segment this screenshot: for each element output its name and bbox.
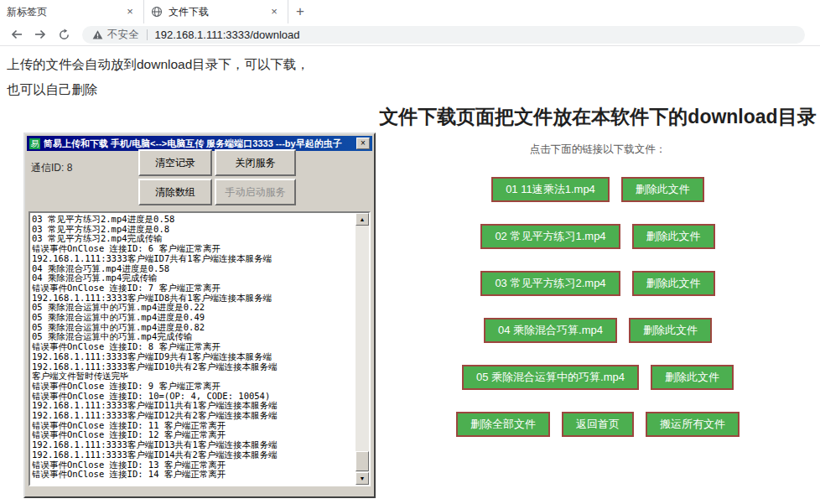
file-download-button[interactable]: 01 11速乘法1.mp4 (491, 177, 610, 202)
url-text: 192.168.1.111:3333/download (155, 29, 300, 41)
url-bar[interactable]: 不安全 192.168.1.111:3333/download (82, 26, 805, 44)
delete-file-button[interactable]: 删除此文件 (629, 318, 712, 343)
tab-strip: 新标签页 × 文件下载 × + (0, 0, 820, 23)
home-button[interactable]: 返回首页 (562, 412, 634, 437)
file-row: 05 乘除混合运算中的巧算.mp4 删除此文件 (376, 365, 820, 390)
app-title: 简易上传和下载 手机/电脑<-->电脑互传 服务端端口3333 ---by早起的… (44, 138, 356, 150)
intro-line-2: 也可以自己删除 (7, 77, 309, 102)
security-label: 不安全 (107, 28, 139, 42)
close-service-button: 关闭服务 (215, 149, 296, 176)
file-button-area: 01 11速乘法1.mp4 删除此文件 02 常见平方练习1.mp4 删除此文件… (376, 177, 820, 459)
close-icon[interactable]: × (267, 5, 281, 18)
log-box: 03 常见平方练习2.mp4进度是0.58 03 常见平方练习2.mp4进度是0… (29, 211, 371, 486)
file-row: 03 常见平方练习2.mp4 删除此文件 (376, 271, 820, 296)
server-app-screenshot: 易 简易上传和下载 手机/电脑<-->电脑互传 服务端端口3333 ---by早… (23, 132, 376, 498)
file-row: 01 11速乘法1.mp4 删除此文件 (376, 177, 820, 202)
tab-title: 文件下载 (169, 5, 267, 19)
log-lines: 03 常见平方练习2.mp4进度是0.58 03 常见平方练习2.mp4进度是0… (32, 215, 354, 485)
log-line: 192.168.1.111:3333客户端ID7共有1客户端连接本服务端 (32, 254, 354, 264)
log-line: 错误事件OnClose 连接ID: 7 客户端正常离开 (32, 283, 354, 294)
manual-start-button: 手动启动服务 (215, 179, 296, 205)
delete-file-button[interactable]: 删除此文件 (621, 177, 704, 202)
file-download-button[interactable]: 02 常见平方练习1.mp4 (480, 224, 620, 249)
log-line: 192.168.1.111:3333客户端ID14共有2客户端连接本服务端 (32, 450, 354, 460)
tab-file-download[interactable]: 文件下载 × (144, 0, 288, 23)
file-download-button[interactable]: 05 乘除混合运算中的巧算.mp4 (462, 365, 639, 390)
clear-log-button: 清空记录 (138, 149, 212, 176)
delete-file-button[interactable]: 删除此文件 (651, 365, 734, 390)
move-all-button[interactable]: 搬运所有文件 (646, 412, 740, 437)
log-line: 错误事件OnClose 连接ID: 9 客户端正常离开 (32, 382, 354, 392)
forward-icon[interactable] (30, 24, 50, 44)
page-title: 文件下载页面把文件放在本软件下的download目录 (376, 104, 820, 130)
refresh-icon[interactable] (54, 24, 74, 44)
delete-file-button[interactable]: 删除此文件 (632, 271, 715, 296)
scrollbar: ▲ ▼ (356, 213, 369, 485)
scroll-up-icon: ▲ (356, 213, 369, 226)
intro-text: 上传的文件会自动放到download目录下，可以下载， 也可以自己删除 (7, 52, 309, 102)
comm-id-label: 通信ID: 8 (31, 161, 72, 175)
log-line: 错误事件OnClose 连接ID: 14 客户端正常离开 (32, 470, 354, 480)
log-line: 192.168.1.111:3333客户端ID12共有2客户端连接本服务端 (32, 411, 354, 421)
tab-new-tab-page[interactable]: 新标签页 × (0, 0, 144, 23)
warning-icon (92, 29, 103, 40)
window-close-icon: × (356, 138, 370, 149)
footer-row: 删除全部文件 返回首页 搬运所有文件 (376, 412, 820, 437)
scroll-down-icon: ▼ (356, 472, 369, 485)
globe-icon (151, 6, 163, 18)
browser-toolbar: 不安全 192.168.1.111:3333/download (0, 23, 820, 46)
clear-array-button: 清除数组 (138, 179, 212, 205)
log-line: 05 乘除混合运算中的巧算.mp4进度是0.49 (32, 313, 354, 323)
divider (147, 29, 148, 40)
file-download-button[interactable]: 03 常见平方练习2.mp4 (480, 271, 620, 296)
app-logo-icon: 易 (29, 138, 40, 149)
file-row: 02 常见平方练习1.mp4 删除此文件 (376, 224, 820, 249)
log-line: 192.168.1.111:3333客户端ID9共有1客户端连接本服务端 (32, 352, 354, 362)
delete-file-button[interactable]: 删除此文件 (632, 224, 715, 249)
delete-all-button[interactable]: 删除全部文件 (456, 412, 550, 437)
page-subtitle: 点击下面的链接以下载文件： (376, 143, 820, 157)
file-download-button[interactable]: 04 乘除混合巧算.mp4 (484, 318, 617, 343)
intro-line-1: 上传的文件会自动放到download目录下，可以下载， (7, 52, 309, 77)
file-rows: 01 11速乘法1.mp4 删除此文件 02 常见平方练习1.mp4 删除此文件… (376, 177, 820, 390)
scroll-thumb (356, 451, 369, 471)
tab-title: 新标签页 (7, 5, 123, 19)
new-tab-button[interactable]: + (288, 0, 312, 23)
back-icon[interactable] (7, 24, 27, 44)
file-row: 04 乘除混合巧算.mp4 删除此文件 (376, 318, 820, 343)
log-line: 03 常见平方练习2.mp4进度是0.58 (32, 215, 354, 225)
close-icon[interactable]: × (123, 5, 137, 18)
